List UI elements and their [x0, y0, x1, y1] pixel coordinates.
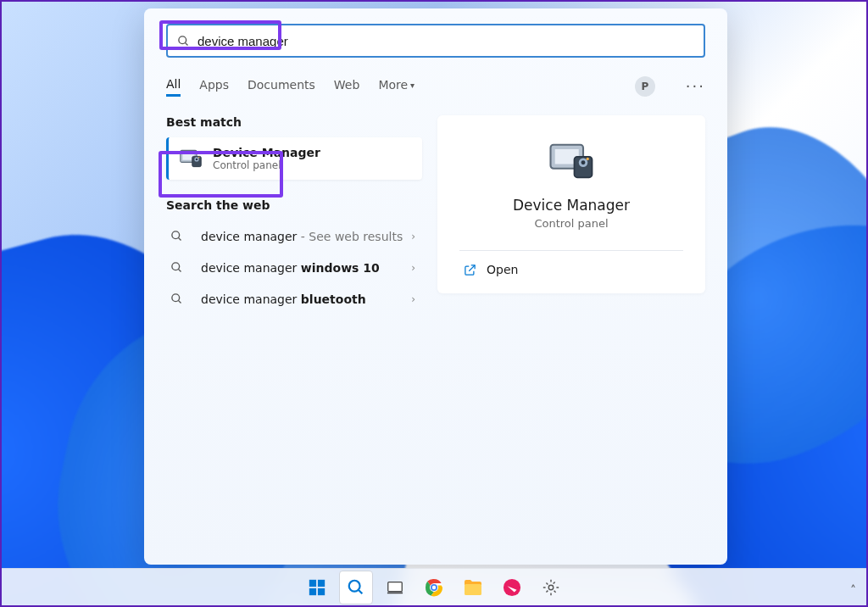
- svg-rect-22: [309, 588, 316, 594]
- search-icon: [170, 229, 184, 243]
- chrome-icon[interactable]: [417, 571, 451, 604]
- web-result-suffix: - See web results: [297, 230, 403, 243]
- svg-rect-26: [388, 582, 403, 591]
- best-match-heading: Best match: [166, 115, 422, 129]
- svg-rect-31: [465, 584, 481, 595]
- svg-point-0: [179, 36, 186, 43]
- svg-point-10: [172, 263, 180, 270]
- open-action[interactable]: Open: [459, 251, 683, 288]
- open-icon: [463, 263, 476, 276]
- pinned-app-icon[interactable]: [495, 571, 529, 604]
- web-result-text: device manager: [201, 261, 301, 275]
- tab-more[interactable]: More ▾: [378, 78, 415, 95]
- search-icon: [170, 292, 184, 306]
- web-result-item[interactable]: device manager - See web results ›: [166, 220, 422, 252]
- start-button[interactable]: [300, 571, 334, 604]
- svg-point-33: [548, 585, 554, 590]
- user-avatar[interactable]: P: [635, 76, 655, 97]
- chevron-right-icon: ›: [411, 293, 415, 305]
- chevron-right-icon: ›: [411, 262, 415, 274]
- tab-more-label: More: [378, 78, 408, 92]
- chevron-right-icon: ›: [411, 231, 415, 242]
- svg-point-8: [172, 231, 180, 239]
- open-label: Open: [487, 263, 518, 276]
- taskview-button[interactable]: [378, 571, 412, 604]
- svg-point-7: [198, 157, 200, 159]
- more-options-button[interactable]: ···: [686, 79, 705, 94]
- svg-point-12: [172, 294, 180, 302]
- svg-point-30: [432, 585, 436, 588]
- svg-line-25: [359, 589, 363, 593]
- svg-point-32: [504, 578, 520, 595]
- web-result-item[interactable]: device manager windows 10 ›: [166, 252, 422, 283]
- detail-subtitle: Control panel: [459, 217, 683, 230]
- svg-rect-21: [318, 579, 325, 586]
- svg-point-24: [349, 580, 360, 591]
- web-result-suffix: bluetooth: [301, 292, 366, 306]
- svg-point-18: [581, 160, 586, 164]
- search-web-heading: Search the web: [166, 198, 422, 212]
- web-result-text: device manager: [201, 292, 301, 306]
- search-box[interactable]: [166, 24, 705, 58]
- svg-rect-27: [387, 592, 403, 593]
- tab-web[interactable]: Web: [334, 78, 360, 95]
- file-explorer-icon[interactable]: [456, 571, 490, 604]
- tab-apps[interactable]: Apps: [199, 78, 229, 95]
- svg-rect-23: [318, 588, 325, 594]
- web-result-item[interactable]: device manager bluetooth ›: [166, 283, 422, 315]
- search-tabs: All Apps Documents Web More ▾ P ···: [166, 76, 705, 97]
- svg-point-6: [196, 159, 198, 160]
- web-result-text: device manager: [201, 230, 297, 243]
- detail-panel: Device Manager Control panel Open: [437, 115, 705, 548]
- settings-icon[interactable]: [534, 571, 568, 604]
- result-subtitle: Control panel: [213, 159, 320, 171]
- taskbar-search-button[interactable]: [339, 571, 373, 604]
- device-manager-icon: [548, 137, 595, 185]
- svg-line-1: [185, 42, 187, 45]
- svg-line-13: [178, 300, 181, 303]
- search-input[interactable]: [198, 34, 695, 48]
- search-icon: [170, 260, 184, 275]
- detail-title: Device Manager: [459, 197, 683, 214]
- results-column: Best match Device Manager Control panel: [166, 115, 422, 548]
- chevron-down-icon: ▾: [410, 81, 415, 90]
- device-manager-icon: [179, 148, 203, 169]
- svg-line-11: [178, 269, 181, 271]
- result-title: Device Manager: [213, 146, 320, 159]
- tab-documents[interactable]: Documents: [248, 78, 315, 95]
- svg-line-9: [178, 237, 181, 240]
- search-flyout: All Apps Documents Web More ▾ P ··· Best…: [144, 8, 727, 565]
- svg-rect-20: [309, 579, 316, 586]
- tab-all[interactable]: All: [166, 77, 181, 97]
- web-result-suffix: windows 10: [301, 261, 380, 275]
- svg-point-19: [587, 158, 589, 160]
- taskbar: ˄: [2, 568, 866, 605]
- search-icon: [176, 34, 191, 48]
- best-match-result[interactable]: Device Manager Control panel: [166, 137, 422, 180]
- tray-chevron-icon[interactable]: ˄: [850, 583, 856, 597]
